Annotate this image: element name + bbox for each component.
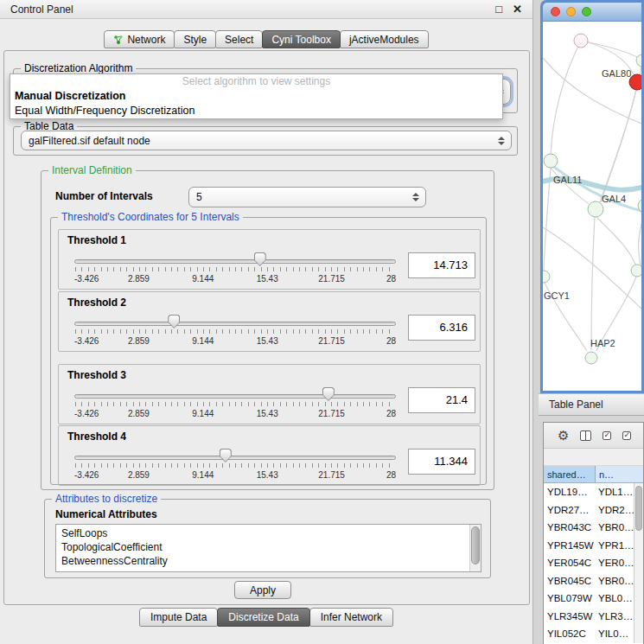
slider-thumb[interactable] <box>254 252 266 266</box>
slider-track[interactable] <box>74 456 396 460</box>
group-title: Threshold's Coordinates for 5 Intervals <box>58 211 243 224</box>
slider-thumb[interactable] <box>322 387 335 401</box>
network-window-titlebar[interactable] <box>543 3 641 22</box>
scrollbar-thumb[interactable] <box>635 486 642 531</box>
network-canvas[interactable]: GAL80 GAL11 GAL4 GCY1 HAP2 <box>543 22 641 391</box>
tab-cyni-toolbox[interactable]: Cyni Toolbox <box>262 30 340 48</box>
threshold-value-field[interactable]: 6.316 <box>408 315 475 341</box>
minimize-traffic-light[interactable] <box>566 7 576 16</box>
scale-label: 2.859 <box>128 470 150 480</box>
scale-label: 15.43 <box>257 336 278 346</box>
table-column-headers: shared… n… <box>544 466 643 483</box>
slider-track[interactable] <box>74 259 396 264</box>
slider-track[interactable] <box>74 322 396 326</box>
tab-discretize-data[interactable]: Discretize Data <box>217 608 309 627</box>
threshold-value-field[interactable]: 21.4 <box>408 387 475 413</box>
table-row[interactable]: YPR145WYPR1… <box>544 537 643 555</box>
table-row[interactable]: YDL19…YDL1… <box>544 483 643 501</box>
tab-impute-data[interactable]: Impute Data <box>139 608 218 627</box>
control-panel-body: Discretization Algorithm Select algorith… <box>3 50 530 605</box>
table-row[interactable]: YBR045CYBR0… <box>544 572 643 590</box>
gear-icon[interactable]: ⚙ <box>558 429 569 442</box>
table-row[interactable]: YIL052CYIL0… <box>544 625 643 643</box>
list-item[interactable]: BetweennessCentrality <box>61 554 469 568</box>
network-node <box>544 154 558 168</box>
column-header-shared-name[interactable]: shared… <box>544 466 596 482</box>
network-node <box>574 34 588 48</box>
threshold-slider[interactable]: -3.426 2.859 9.144 15.43 21.715 28 <box>74 311 396 351</box>
scrollbar-thumb[interactable] <box>471 526 480 564</box>
threshold-value-field[interactable]: 14.713 <box>408 252 475 278</box>
tab-label: Cyni Toolbox <box>271 34 330 46</box>
list-scrollbar[interactable] <box>469 525 481 571</box>
network-icon <box>113 35 124 45</box>
algorithm-placeholder-text: Select algorithm to view settings <box>10 74 502 89</box>
threshold-panel-3: Threshold 3 -3.426 2.859 9.144 15.43 21.… <box>58 364 481 424</box>
desktop: Control Panel □ ✕ Network Style Select C… <box>0 0 644 644</box>
numerical-attributes-list[interactable]: SelfLoops TopologicalCoefficient Between… <box>55 524 481 572</box>
table-row[interactable]: YLR345WYLR3… <box>544 608 643 626</box>
threshold-label: Threshold 2 <box>67 296 126 309</box>
close-traffic-light[interactable] <box>551 7 560 16</box>
number-of-intervals-select[interactable]: 5 <box>188 187 426 207</box>
slider-track[interactable] <box>74 394 396 399</box>
titlebar-icons: □ ✕ <box>495 3 522 15</box>
node-label-gal80: GAL80 <box>602 68 631 79</box>
toolbar-spacer <box>544 449 643 466</box>
slider-thumb[interactable] <box>168 315 180 328</box>
threshold-label: Threshold 4 <box>67 430 126 443</box>
slider-ticks <box>75 463 395 468</box>
tab-select[interactable]: Select <box>215 30 263 48</box>
table-row[interactable]: YER054CYER0… <box>544 554 643 572</box>
dropdown-option-equal-width-frequency[interactable]: Equal Width/Frequency Discretization <box>10 104 502 118</box>
list-item[interactable]: TopologicalCoefficient <box>61 540 469 554</box>
slider-ticks <box>75 329 395 334</box>
threshold-panel-4: Threshold 4 -3.426 2.859 9.144 15.43 21.… <box>58 425 481 486</box>
column-header-name[interactable]: n… <box>596 466 643 482</box>
zoom-traffic-light[interactable] <box>582 7 591 16</box>
network-view-window: GAL80 GAL11 GAL4 GCY1 HAP2 <box>540 0 644 393</box>
tab-label: Infer Network <box>321 611 382 623</box>
scale-label: 28 <box>386 336 396 346</box>
tab-jactivemodules[interactable]: jActiveModules <box>340 30 429 48</box>
select-visible-checkbox-icon[interactable] <box>603 431 611 440</box>
tab-style[interactable]: Style <box>174 30 216 48</box>
close-window-icon[interactable]: ✕ <box>513 3 522 15</box>
table-row[interactable]: YDR27…YDR2… <box>544 501 643 520</box>
scale-label: 21.715 <box>318 470 345 480</box>
threshold-slider[interactable]: -3.426 2.859 9.144 15.43 21.715 28 <box>74 249 396 289</box>
select-all-checkbox-icon[interactable] <box>622 431 631 440</box>
node-label-gal4: GAL4 <box>602 194 626 204</box>
float-window-icon[interactable]: □ <box>495 3 502 15</box>
list-item[interactable]: SelfLoops <box>61 526 469 540</box>
table-row[interactable]: YBL079WYBL0… <box>544 590 643 608</box>
threshold-slider[interactable]: -3.426 2.859 9.144 15.43 21.715 28 <box>74 384 396 424</box>
threshold-value-field[interactable]: 11.344 <box>408 449 475 475</box>
scale-label: 9.144 <box>192 409 214 418</box>
table-row[interactable]: YBR043CYBR0… <box>544 519 643 537</box>
tab-label: Select <box>225 34 253 46</box>
slider-scale: -3.426 2.859 9.144 15.43 21.715 28 <box>74 409 396 419</box>
scale-label: 28 <box>386 274 396 284</box>
scale-label: 9.144 <box>192 274 214 284</box>
thresholds-group: Threshold's Coordinates for 5 Intervals … <box>50 217 487 485</box>
numerical-attributes-label: Numerical Attributes <box>55 508 157 520</box>
table-data-select[interactable]: galFiltered.sif default node <box>21 131 512 150</box>
threshold-slider[interactable]: -3.426 2.859 9.144 15.43 21.715 28 <box>74 445 396 485</box>
scale-label: 15.43 <box>257 409 278 418</box>
slider-scale: -3.426 2.859 9.144 15.43 21.715 28 <box>74 336 396 347</box>
columns-icon[interactable] <box>580 430 591 441</box>
table-data-group: Table Data galFiltered.sif default node <box>13 126 518 156</box>
number-of-intervals-label: Number of Intervals <box>55 190 153 202</box>
group-title: Attributes to discretize <box>52 493 161 506</box>
table-scrollbar[interactable] <box>634 483 643 643</box>
apply-button[interactable]: Apply <box>234 581 291 599</box>
tab-infer-network[interactable]: Infer Network <box>309 608 393 627</box>
scale-label: 28 <box>386 470 396 480</box>
tab-network[interactable]: Network <box>104 30 175 48</box>
network-graph: GAL80 GAL11 GAL4 GCY1 HAP2 <box>543 22 641 391</box>
slider-ticks <box>75 402 395 406</box>
network-node <box>543 271 550 283</box>
slider-thumb[interactable] <box>220 449 232 462</box>
dropdown-option-manual-discretization[interactable]: Manual Discretization <box>10 89 502 104</box>
